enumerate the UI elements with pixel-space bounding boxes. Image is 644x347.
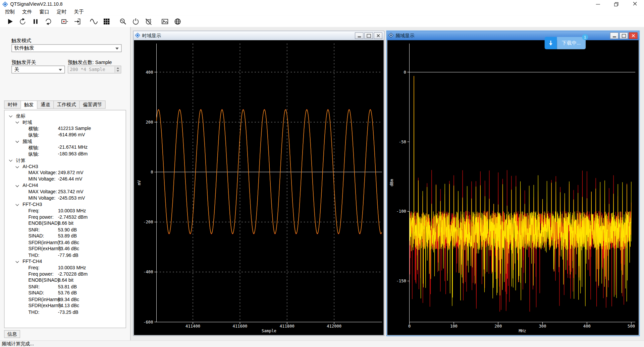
time-window-minimize-button[interactable] xyxy=(355,32,364,39)
tree-row[interactable]: MAX Voltage:253.742 mV xyxy=(4,189,125,195)
expander-icon[interactable] xyxy=(15,203,19,206)
tree-row[interactable]: SFDR(exHarm):74.13 dBc xyxy=(4,303,125,309)
expander-icon[interactable] xyxy=(15,260,19,263)
tree-row[interactable]: Freq power:-2.70228 dBm xyxy=(4,271,125,277)
close-button[interactable] xyxy=(626,0,644,8)
tab-2[interactable]: 通道 xyxy=(37,100,53,109)
expander-icon[interactable] xyxy=(15,184,19,187)
download-toast[interactable]: 下载中... 1 xyxy=(545,37,586,49)
freq-window-titlebar[interactable]: 频域显示 xyxy=(387,31,639,40)
tree-row[interactable]: 横轴:412213 Sample xyxy=(4,126,125,132)
tree-row[interactable]: MAX Voltage:249.872 mV xyxy=(4,170,125,176)
tree-row[interactable]: THD:-73.25 dB xyxy=(4,309,125,316)
loop-icon xyxy=(19,17,26,25)
loop-button[interactable] xyxy=(18,16,28,26)
freq-domain-chart[interactable]: 0-50-100-1500100200300400500MHzdBm xyxy=(387,40,639,335)
expander-icon[interactable] xyxy=(15,120,19,124)
tree-row[interactable]: ENOB(SINAD):8.66 bit xyxy=(4,220,125,227)
expander-icon[interactable] xyxy=(15,164,19,168)
zoom-wave-button[interactable] xyxy=(118,16,128,26)
restart-button[interactable] xyxy=(43,16,54,26)
time-window-maximize-button[interactable] xyxy=(364,32,373,39)
tree-node[interactable]: 时域 xyxy=(4,119,125,126)
menu-item-1[interactable]: 文件 xyxy=(18,8,36,15)
expander-icon[interactable] xyxy=(9,114,12,117)
spin-down-icon[interactable] xyxy=(115,70,120,73)
maximize-icon xyxy=(622,34,626,38)
tree-node[interactable]: 频域 xyxy=(4,138,125,144)
tree-row[interactable]: 纵轴:-180.963 dBm xyxy=(4,151,125,157)
time-domain-chart[interactable]: 4002000-200-400-600411400411600411800412… xyxy=(134,40,383,335)
tree-row[interactable]: 纵轴:-614.896 mV xyxy=(4,132,125,138)
tree-row[interactable]: SINAD:53.76 dB xyxy=(4,290,125,296)
tree-row[interactable]: MIN Voltage:-245.053 mV xyxy=(4,195,125,201)
export-image-button[interactable] xyxy=(160,16,170,26)
trigger-mode-select[interactable]: 软件触发 xyxy=(11,44,121,52)
tree-node[interactable]: AI-CH4 xyxy=(4,183,125,189)
app-logo-icon xyxy=(2,1,8,7)
tree-row[interactable]: Freq:10.0003 MHz xyxy=(4,265,125,271)
timer-off-button[interactable] xyxy=(143,16,154,26)
download-button[interactable] xyxy=(545,37,557,49)
time-window-titlebar[interactable]: 时域显示 xyxy=(133,31,384,40)
tree-row[interactable]: THD:-77.96 dB xyxy=(4,252,125,259)
toolbar-separator xyxy=(114,21,118,21)
tab-1[interactable]: 触发 xyxy=(20,100,37,109)
expander-icon[interactable] xyxy=(9,158,12,161)
tree-node[interactable]: AI-CH3 xyxy=(4,163,125,170)
tree-item-label: SINAD: xyxy=(28,233,44,238)
pretrigger-switch-select[interactable]: 关 xyxy=(11,66,65,73)
menu-item-3[interactable]: 定时 xyxy=(53,8,70,15)
menu-item-4[interactable]: 关于 xyxy=(70,8,87,15)
restore-button[interactable] xyxy=(607,0,626,8)
trigger-mode-label: 触发模式 xyxy=(11,37,31,44)
minimize-button[interactable] xyxy=(589,0,607,8)
tree-row[interactable]: SNR:53.90 dB xyxy=(4,227,125,233)
tree-row[interactable]: MIN Voltage:-246.44 mV xyxy=(4,176,125,183)
freq-window-minimize-button[interactable] xyxy=(610,32,619,39)
tree-item-value: 253.742 mV xyxy=(58,189,84,194)
tree-row[interactable]: SFDR(inHarm):73.46 dBc xyxy=(4,239,125,246)
tree-item-label: 纵轴: xyxy=(28,151,39,157)
tree-row[interactable]: Freq:10.0003 MHz xyxy=(4,208,125,214)
menu-item-2[interactable]: 窗口 xyxy=(36,8,53,15)
tree-item-label: MAX Voltage: xyxy=(28,170,57,175)
tab-info[interactable]: 信息 xyxy=(4,330,20,338)
tree-item-label: MIN Voltage: xyxy=(28,177,55,182)
spin-up-icon[interactable] xyxy=(115,66,120,69)
tree-row[interactable]: SINAD:53.89 dB xyxy=(4,233,125,239)
record-button[interactable] xyxy=(60,16,70,26)
freq-window-close-button[interactable] xyxy=(629,32,638,39)
network-button[interactable] xyxy=(172,16,183,26)
tree-node[interactable]: FFT-CH4 xyxy=(4,259,125,265)
menu-item-0[interactable]: 控制 xyxy=(1,8,18,15)
tree-row[interactable]: 横轴:-21.6741 MHz xyxy=(4,144,125,151)
tree-row[interactable]: SFDR(exHarm):73.46 dBc xyxy=(4,246,125,252)
tree-node[interactable]: 坐标 xyxy=(4,113,125,119)
tree-node[interactable]: 计算 xyxy=(4,157,125,163)
export-button[interactable] xyxy=(72,16,83,26)
tree-row[interactable]: Freq power:-2.74532 dBm xyxy=(4,214,125,220)
tree-node-label: AI-CH4 xyxy=(22,183,38,188)
tree-node[interactable]: FFT-CH3 xyxy=(4,201,125,208)
tab-0[interactable]: 时钟 xyxy=(4,100,20,109)
time-window-close-button[interactable] xyxy=(374,32,382,39)
power-button[interactable] xyxy=(130,16,141,26)
pause-button[interactable] xyxy=(31,16,41,26)
tree-row[interactable]: SFDR(inHarm):69.34 dBc xyxy=(4,296,125,303)
tab-3[interactable]: 工作模式 xyxy=(53,100,79,109)
statusbar: 频域计算完成... xyxy=(0,340,644,347)
play-button[interactable] xyxy=(5,16,15,26)
parameter-tabs: 时钟触发通道工作模式偏置调节 xyxy=(4,100,105,109)
minimize-icon xyxy=(612,37,616,37)
grid-display-button[interactable] xyxy=(101,16,112,26)
tree-item-label: SFDR(exHarm): xyxy=(28,246,62,251)
tree-node-label: FFT-CH4 xyxy=(22,259,42,264)
pretrigger-points-input[interactable]: 200 *4 Sample xyxy=(68,66,121,73)
waveform-button[interactable] xyxy=(89,16,99,26)
tree-row[interactable]: ENOB(SINAD):8.64 bit xyxy=(4,277,125,284)
freq-window-maximize-button[interactable] xyxy=(620,32,628,39)
tree-row[interactable]: SNR:53.81 dB xyxy=(4,284,125,290)
expander-icon[interactable] xyxy=(15,139,19,143)
tab-4[interactable]: 偏置调节 xyxy=(79,100,105,109)
